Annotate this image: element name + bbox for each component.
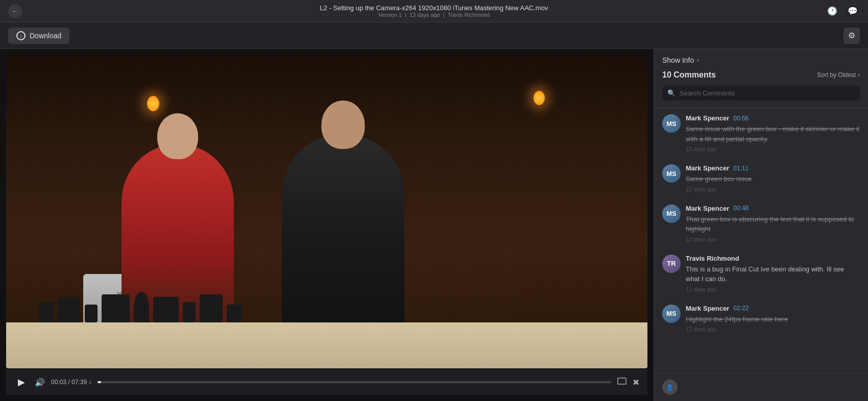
comment-timestamp[interactable]: 00:56 bbox=[733, 115, 749, 122]
time-display: 00:03 / 07:39 ↕ bbox=[51, 379, 91, 386]
settings-button[interactable]: ⚙ bbox=[843, 28, 860, 44]
file-author: Travis Richmond bbox=[448, 12, 490, 18]
comments-count: 10 Comments bbox=[662, 70, 716, 80]
lens-3 bbox=[227, 305, 242, 322]
top-bar-center: L2 - Setting up the Camera-x264 1920x108… bbox=[320, 4, 548, 18]
camera-5 bbox=[153, 297, 179, 322]
comment-body: Mark Spencer 01:11 Same green box issue … bbox=[686, 164, 860, 192]
timeline[interactable] bbox=[98, 381, 611, 383]
avatar: TR bbox=[662, 255, 681, 273]
history-icon[interactable]: 🕐 bbox=[825, 4, 839, 18]
comment-header: Mark Spencer 02:22 bbox=[686, 305, 860, 312]
comment-text: That green box is obscuring the text tha… bbox=[686, 214, 860, 234]
comment-text: This is a bug in Final Cut Ive been deal… bbox=[686, 264, 860, 284]
video-controls: ▶ 🔊 00:03 / 07:39 ↕ ✖ bbox=[6, 369, 647, 395]
comment-input-area: 👤 bbox=[654, 373, 868, 401]
video-area: ▶ 🔊 00:03 / 07:39 ↕ ✖ bbox=[0, 49, 654, 401]
panel-header: Show Info › 10 Comments Sort by Oldest ›… bbox=[654, 49, 868, 108]
separator: | bbox=[403, 12, 409, 18]
show-info-label: Show Info bbox=[662, 56, 694, 64]
comment-timestamp[interactable]: 00:48 bbox=[733, 205, 749, 212]
comment-item: MS Mark Spencer 01:11 Same green box iss… bbox=[662, 164, 860, 192]
file-meta: Version 1 | 13 days ago | Travis Richmon… bbox=[378, 12, 490, 18]
camera-6 bbox=[200, 294, 223, 322]
camera-1 bbox=[38, 302, 54, 322]
sort-label: Sort by Oldest bbox=[817, 71, 856, 79]
comment-age: 12 days ago bbox=[686, 326, 860, 332]
search-bar: 🔍 bbox=[662, 86, 860, 101]
comment-body: Travis Richmond This is a bug in Final C… bbox=[686, 255, 860, 292]
comment-age: 12 days ago bbox=[686, 146, 860, 152]
expand-button[interactable]: ✖ bbox=[633, 378, 639, 387]
current-time: 00:03 bbox=[51, 379, 66, 386]
commenter-name: Mark Spencer bbox=[686, 114, 729, 122]
comment-timestamp[interactable]: 01:11 bbox=[733, 165, 749, 172]
camera-2 bbox=[58, 297, 81, 322]
file-age: 13 days ago bbox=[409, 12, 440, 18]
panel-header-top: Show Info › bbox=[662, 56, 860, 64]
fullscreen-button[interactable] bbox=[617, 378, 626, 387]
commenter-name: Mark Spencer bbox=[686, 205, 729, 212]
download-icon: ↓ bbox=[16, 31, 26, 40]
comment-body: Mark Spencer 02:22 Highlight the 24fps f… bbox=[686, 305, 860, 333]
search-input[interactable] bbox=[680, 89, 855, 97]
comment-item: MS Mark Spencer 00:56 Same issue with th… bbox=[662, 114, 860, 152]
search-icon: 🔍 bbox=[667, 89, 676, 97]
comments-panel: Show Info › 10 Comments Sort by Oldest ›… bbox=[654, 49, 868, 401]
play-button[interactable]: ▶ bbox=[14, 375, 29, 389]
camera-4 bbox=[102, 294, 130, 322]
speed-indicator: ↕ bbox=[88, 379, 91, 386]
comment-text: Same issue with the green box - make it … bbox=[686, 124, 860, 144]
comment-header: Mark Spencer 01:11 bbox=[686, 164, 860, 172]
commenter-name: Mark Spencer bbox=[686, 305, 729, 312]
comment-header: Mark Spencer 00:48 bbox=[686, 205, 860, 212]
show-info-button[interactable]: Show Info › bbox=[662, 56, 699, 64]
comment-text: Highlight the 24fps frame rate here bbox=[686, 314, 860, 324]
separator2: | bbox=[442, 12, 448, 18]
light-right bbox=[534, 91, 545, 105]
volume-button[interactable]: 🔊 bbox=[35, 378, 45, 387]
table-surface bbox=[6, 322, 647, 368]
comment-header: Travis Richmond bbox=[686, 255, 860, 262]
avatar: MS bbox=[662, 305, 681, 323]
comment-body: Mark Spencer 00:56 Same issue with the g… bbox=[686, 114, 860, 152]
total-time: 07:39 bbox=[71, 379, 87, 386]
comment-item: TR Travis Richmond This is a bug in Fina… bbox=[662, 255, 860, 292]
timeline-progress bbox=[98, 381, 101, 383]
file-title: L2 - Setting up the Camera-x264 1920x108… bbox=[320, 4, 548, 12]
svg-rect-0 bbox=[618, 378, 626, 384]
top-bar-right: 🕐 💬 bbox=[825, 4, 860, 18]
top-bar: ← L2 - Setting up the Camera-x264 1920x1… bbox=[0, 0, 868, 22]
back-button[interactable]: ← bbox=[8, 4, 22, 18]
download-button[interactable]: ↓ Download bbox=[8, 28, 69, 44]
video-frame[interactable] bbox=[6, 55, 647, 368]
avatar: MS bbox=[662, 164, 681, 183]
sort-chevron-icon: › bbox=[858, 71, 860, 79]
comment-text: Same green box issue bbox=[686, 174, 860, 184]
comment-header: Mark Spencer 00:56 bbox=[686, 114, 860, 122]
video-scene bbox=[6, 55, 647, 368]
commenter-name: Travis Richmond bbox=[686, 255, 739, 262]
cameras bbox=[38, 287, 615, 322]
lens-2 bbox=[183, 302, 196, 322]
user-avatar-small: 👤 bbox=[662, 380, 678, 395]
camera-3 bbox=[85, 305, 98, 322]
comment-timestamp[interactable]: 02:22 bbox=[733, 305, 749, 312]
comments-list: MS Mark Spencer 00:56 Same issue with th… bbox=[654, 108, 868, 373]
commenter-name: Mark Spencer bbox=[686, 164, 729, 172]
comment-item: MS Mark Spencer 00:48 That green box is … bbox=[662, 205, 860, 242]
fullscreen-icon bbox=[617, 378, 626, 387]
comment-age: 12 days ago bbox=[686, 286, 860, 292]
video-wrapper bbox=[6, 55, 647, 368]
sort-button[interactable]: Sort by Oldest › bbox=[817, 71, 860, 79]
comment-age: 12 days ago bbox=[686, 186, 860, 192]
lens-1 bbox=[134, 292, 149, 322]
gear-icon: ⚙ bbox=[848, 31, 855, 40]
comment-body: Mark Spencer 00:48 That green box is obs… bbox=[686, 205, 860, 242]
chevron-down-icon: › bbox=[697, 57, 699, 64]
avatar: MS bbox=[662, 114, 681, 133]
chat-icon[interactable]: 💬 bbox=[846, 4, 860, 18]
main-content: ▶ 🔊 00:03 / 07:39 ↕ ✖ Show bbox=[0, 49, 868, 401]
avatar: MS bbox=[662, 205, 681, 223]
comment-age: 12 days ago bbox=[686, 236, 860, 242]
